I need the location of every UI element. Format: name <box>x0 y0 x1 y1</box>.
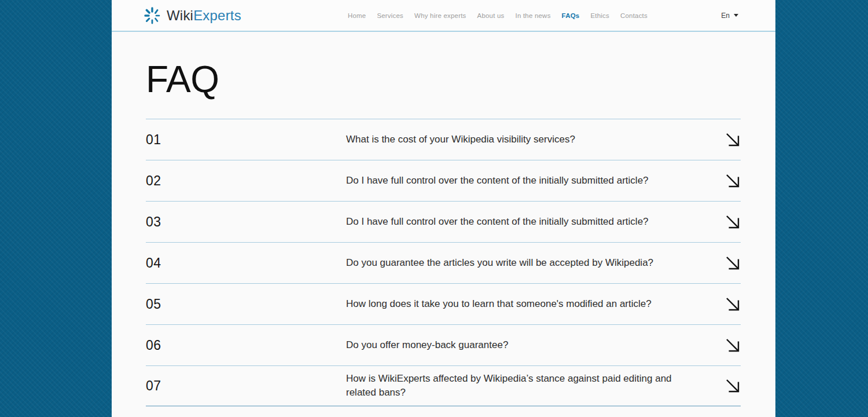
faq-question: Do you offer money-back guarantee? <box>346 338 679 352</box>
arrow-down-right-icon[interactable] <box>724 131 741 148</box>
nav-item-services[interactable]: Services <box>377 12 403 19</box>
brand-name-primary: Wiki <box>167 8 193 23</box>
nav-item-contacts[interactable]: Contacts <box>620 12 648 19</box>
faq-number: 05 <box>146 297 346 312</box>
nav-item-why-hire-experts[interactable]: Why hire experts <box>414 12 466 19</box>
faq-number: 02 <box>146 173 346 189</box>
page-container: WikiExperts Home Services Why hire exper… <box>112 0 775 417</box>
faq-number: 06 <box>146 338 346 353</box>
arrow-down-right-icon[interactable] <box>724 337 741 353</box>
main-content: FAQ 01 What is the cost of your Wikipedi… <box>112 60 775 407</box>
faq-row[interactable]: 06 Do you offer money-back guarantee? <box>146 324 741 365</box>
faq-row[interactable]: 02 Do I have full control over the conte… <box>146 160 741 201</box>
nav-item-faqs[interactable]: FAQs <box>562 12 580 19</box>
language-selector[interactable]: En <box>721 12 738 20</box>
burst-spinner-icon <box>143 6 161 25</box>
faq-number: 03 <box>146 214 346 230</box>
nav-item-ethics[interactable]: Ethics <box>590 12 609 19</box>
arrow-down-right-icon[interactable] <box>724 255 741 271</box>
faq-question: What is the cost of your Wikipedia visib… <box>346 133 679 147</box>
faq-question: Do I have full control over the content … <box>346 215 679 229</box>
faq-row[interactable]: 07 How is WikiExperts affected by Wikipe… <box>146 365 741 407</box>
brand-name-secondary: Experts <box>193 8 241 23</box>
faq-number: 01 <box>146 132 346 148</box>
arrow-down-right-icon[interactable] <box>724 296 741 312</box>
nav-item-home[interactable]: Home <box>348 12 366 19</box>
faq-list: 01 What is the cost of your Wikipedia vi… <box>146 119 741 407</box>
faq-number: 04 <box>146 255 346 271</box>
faq-question: How long does it take you to learn that … <box>346 297 679 311</box>
faq-question: Do you guarantee the articles you write … <box>346 256 679 270</box>
main-nav: Home Services Why hire experts About us … <box>348 12 648 19</box>
nav-item-about-us[interactable]: About us <box>477 12 505 19</box>
faq-row[interactable]: 01 What is the cost of your Wikipedia vi… <box>146 119 741 160</box>
arrow-down-right-icon[interactable] <box>724 173 741 189</box>
brand-logo[interactable]: WikiExperts <box>143 6 241 25</box>
faq-number: 07 <box>146 378 346 394</box>
language-selected-label: En <box>721 12 730 20</box>
faq-row[interactable]: 05 How long does it take you to learn th… <box>146 283 741 324</box>
faq-row[interactable]: 03 Do I have full control over the conte… <box>146 201 741 242</box>
brand-name: WikiExperts <box>167 8 241 24</box>
arrow-down-right-icon[interactable] <box>724 378 741 394</box>
arrow-down-right-icon[interactable] <box>724 214 741 230</box>
faq-row[interactable]: 04 Do you guarantee the articles you wri… <box>146 242 741 283</box>
faq-question: How is WikiExperts affected by Wikipedia… <box>346 372 679 400</box>
site-header: WikiExperts Home Services Why hire exper… <box>112 0 775 32</box>
chevron-down-icon <box>734 14 738 17</box>
page-title: FAQ <box>146 60 741 99</box>
faq-question: Do I have full control over the content … <box>346 174 679 188</box>
nav-item-in-the-news[interactable]: In the news <box>516 12 551 19</box>
